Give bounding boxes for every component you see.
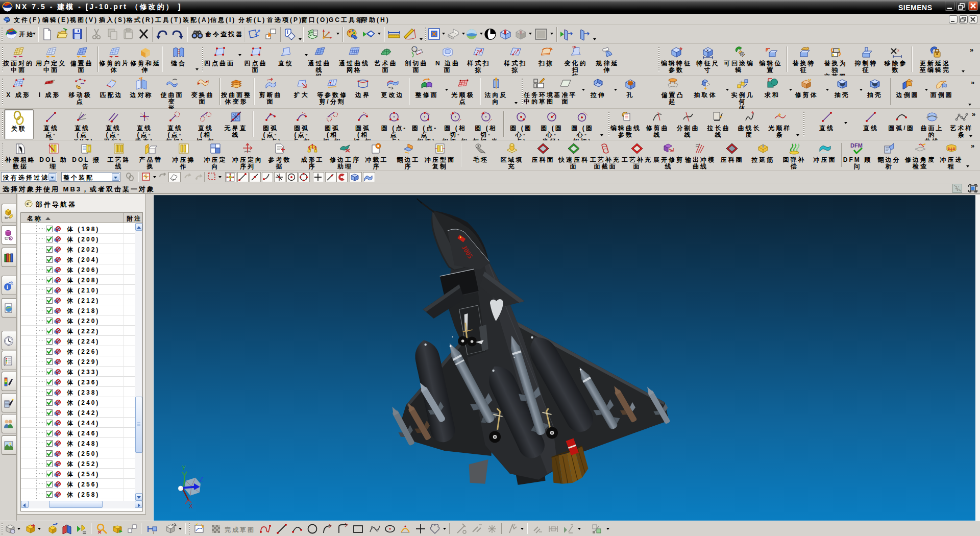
svg-text:x: x [706,48,709,53]
svg-text:x: x [897,48,899,53]
svg-text:i: i [153,531,154,534]
svg-text:i: i [7,284,8,290]
svg-text:x: x [680,47,682,51]
svg-text:Z: Z [200,476,203,483]
svg-text:DFM: DFM [850,142,863,149]
svg-text:X: X [189,503,193,510]
svg-text:Y: Y [182,465,186,472]
svg-text:i: i [287,30,288,35]
